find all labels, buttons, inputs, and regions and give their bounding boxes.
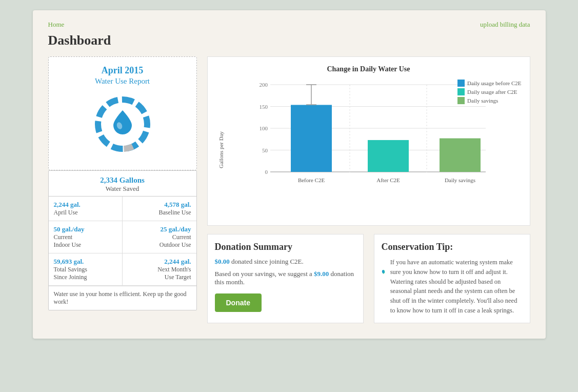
stat-total-savings: 59,693 gal. Total SavingsSince Joining <box>49 253 123 286</box>
svg-text:0: 0 <box>265 169 268 175</box>
stat-label-outdoor: CurrentOutdoor Use <box>128 233 191 249</box>
suggest-prefix: Based on your savings, we suggest a <box>215 270 312 278</box>
page-title: Dashboard <box>48 33 530 48</box>
efficiency-note: Water use in your home is efficient. Kee… <box>49 286 196 310</box>
donation-section: Donation Summary $0.00 donated since joi… <box>207 234 364 323</box>
report-title: Water Use Report <box>57 77 188 86</box>
leaf-icon <box>382 258 385 286</box>
legend-color-after <box>457 88 465 95</box>
stats-grid: 2,244 gal. April Use 4,578 gal. Baseline… <box>49 197 196 310</box>
stat-value-next: 2,244 gal. <box>128 258 191 266</box>
svg-text:Daily savings: Daily savings <box>444 177 475 183</box>
legend-item-after: Daily usage after C2E <box>457 88 521 95</box>
bar-savings <box>440 139 481 172</box>
donation-heading: Donation Summary <box>215 242 356 252</box>
svg-text:Before C2E: Before C2E <box>297 177 325 183</box>
conservation-section: Conservation Tip: If you have an automat… <box>374 234 530 323</box>
stat-april-use: 2,244 gal. April Use <box>49 197 123 221</box>
stat-indoor: 50 gal./day CurrentIndoor Use <box>49 221 123 253</box>
stat-label-baseline: Baseline Use <box>128 209 191 217</box>
stats-container: 2,334 Gallons Water Saved 2,244 gal. Apr… <box>48 170 197 310</box>
bottom-section: Donation Summary $0.00 donated since joi… <box>207 234 530 323</box>
stat-next-target: 2,244 gal. Next Month'sUse Target <box>123 253 196 286</box>
stat-value-total: 59,693 gal. <box>54 258 117 266</box>
conservation-content: If you have an automatic watering system… <box>382 258 523 316</box>
chart-legend: Daily usage before C2E Daily usage after… <box>457 80 521 106</box>
savings-label: Water Saved <box>106 185 139 192</box>
chart-area: Gallons per Day Daily usage before C2E D… <box>216 80 522 220</box>
conservation-heading: Conservation Tip: <box>382 242 523 252</box>
breadcrumb[interactable]: Home <box>48 21 65 29</box>
suggest-amount: $9.00 <box>314 270 329 278</box>
svg-text:150: 150 <box>259 104 268 110</box>
svg-text:50: 50 <box>262 147 268 153</box>
savings-amount: 2,334 Gallons <box>100 176 145 184</box>
donate-button[interactable]: Donate <box>215 293 262 312</box>
svg-text:After C2E: After C2E <box>376 177 400 183</box>
donut-chart <box>89 91 156 158</box>
legend-color-before <box>457 80 465 87</box>
legend-item-before: Daily usage before C2E <box>457 80 521 87</box>
chart-inner: Daily usage before C2E Daily usage after… <box>224 80 522 220</box>
donated-amount: $0.00 <box>215 258 230 265</box>
stat-baseline-use: 4,578 gal. Baseline Use <box>123 197 196 221</box>
stat-label-total: Total SavingsSince Joining <box>54 266 117 281</box>
main-content: April 2015 Water Use Report <box>48 56 530 323</box>
legend-label-before: Daily usage before C2E <box>467 80 521 86</box>
left-panel: April 2015 Water Use Report <box>48 56 197 323</box>
legend-item-savings: Daily savings <box>457 97 521 104</box>
bar-before <box>291 105 332 172</box>
right-panel: Change in Daily Water Use Gallons per Da… <box>207 56 530 323</box>
chart-section: Change in Daily Water Use Gallons per Da… <box>207 56 530 226</box>
legend-label-savings: Daily savings <box>467 97 498 104</box>
report-month: April 2015 <box>57 65 188 76</box>
savings-header: 2,334 Gallons Water Saved <box>49 171 196 197</box>
donated-text: donated since joining C2E. <box>231 258 304 265</box>
stat-outdoor: 25 gal./day CurrentOutdoor Use <box>123 221 196 253</box>
svg-text:200: 200 <box>259 82 268 88</box>
legend-label-after: Daily usage after C2E <box>467 89 517 95</box>
stat-value-outdoor: 25 gal./day <box>128 225 191 233</box>
stat-label-next: Next Month'sUse Target <box>128 266 191 281</box>
stat-label-indoor: CurrentIndoor Use <box>54 233 117 249</box>
chart-title: Change in Daily Water Use <box>216 65 522 73</box>
top-bar: Home upload billing data <box>48 21 530 29</box>
stat-value-april: 2,244 gal. <box>54 201 117 209</box>
svg-text:100: 100 <box>259 125 268 131</box>
stat-value-baseline: 4,578 gal. <box>128 201 191 209</box>
upload-billing-link[interactable]: upload billing data <box>480 21 530 29</box>
legend-color-savings <box>457 97 465 104</box>
stat-label-april: April Use <box>54 209 117 217</box>
suggest-text: Based on your savings, we suggest a $9.0… <box>215 270 356 286</box>
donation-donated: $0.00 donated since joining C2E. <box>215 258 356 266</box>
bar-after <box>368 140 409 172</box>
donut-svg <box>89 91 156 158</box>
report-card: April 2015 Water Use Report <box>48 56 197 170</box>
chart-y-label: Gallons per Day <box>216 80 224 220</box>
stat-value-indoor: 50 gal./day <box>54 225 117 233</box>
conservation-text: If you have an automatic watering system… <box>390 258 523 316</box>
